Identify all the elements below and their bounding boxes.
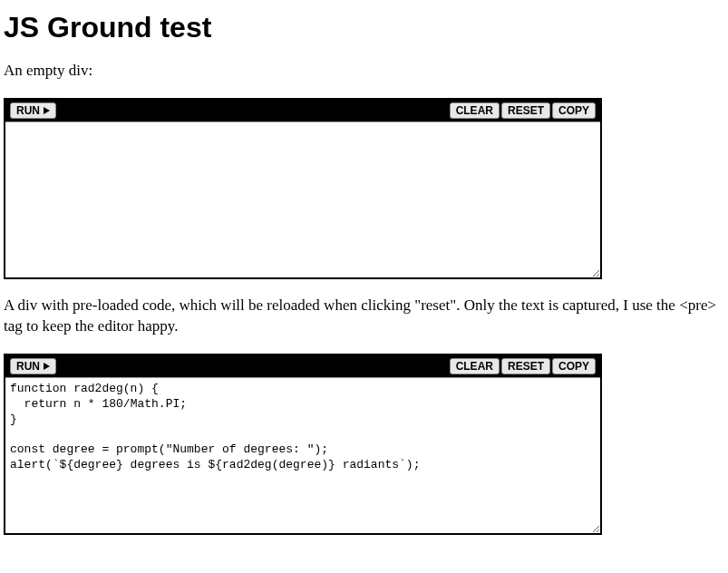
clear-button[interactable]: CLEAR (450, 102, 500, 119)
run-button[interactable]: RUN (10, 102, 56, 119)
toolbar: RUN CLEAR RESET COPY (5, 100, 600, 121)
copy-button[interactable]: COPY (552, 358, 596, 374)
code-editor-sample[interactable] (5, 377, 600, 533)
run-button-label: RUN (16, 104, 40, 117)
clear-button[interactable]: CLEAR (450, 358, 500, 374)
jsground-sample: RUN CLEAR RESET COPY (4, 354, 602, 535)
code-editor-empty[interactable] (5, 121, 600, 277)
toolbar: RUN CLEAR RESET COPY (5, 355, 600, 377)
run-button[interactable]: RUN (10, 358, 56, 374)
intro-para-1: An empty div: (4, 61, 724, 82)
run-button-label: RUN (16, 360, 40, 373)
copy-button[interactable]: COPY (552, 102, 596, 119)
intro-para-2: A div with pre-loaded code, which will b… (4, 296, 724, 337)
reset-button[interactable]: RESET (501, 358, 550, 374)
jsground-empty: RUN CLEAR RESET COPY (4, 98, 602, 279)
page-title: JS Ground test (4, 11, 724, 44)
reset-button[interactable]: RESET (501, 102, 550, 119)
play-icon (44, 363, 50, 370)
play-icon (44, 107, 50, 114)
